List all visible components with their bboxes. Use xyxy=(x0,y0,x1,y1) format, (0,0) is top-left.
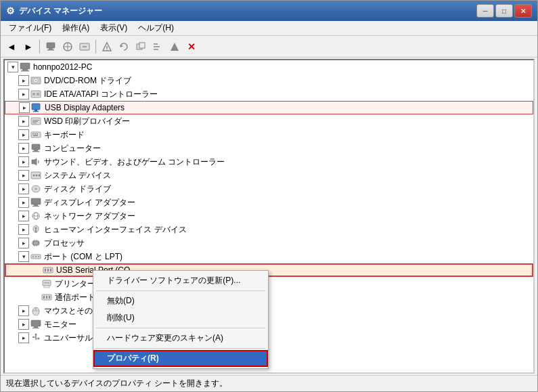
ctx-uninstall[interactable]: 削除(U) xyxy=(93,309,268,326)
tree-node-root[interactable]: ▾ honnpo2012-PC xyxy=(5,60,533,74)
ctx-scan[interactable]: ハードウェア変更のスキャン(A) xyxy=(93,330,268,347)
minimize-button[interactable]: ─ xyxy=(476,4,494,18)
expand-computer[interactable]: ▸ xyxy=(18,143,29,154)
svg-rect-33 xyxy=(31,132,41,137)
toolbar-btn5[interactable] xyxy=(116,39,132,55)
tree-node-wsd[interactable]: ▸ WSD 印刷プロバイダー xyxy=(5,114,533,128)
expand-dvd[interactable]: ▸ xyxy=(18,75,29,86)
tree-node-network[interactable]: ▸ ネットワーク アダプター xyxy=(5,209,533,223)
toolbar-btn3[interactable] xyxy=(76,39,93,55)
svg-rect-37 xyxy=(33,135,38,137)
expand-monitor[interactable]: ▸ xyxy=(18,319,29,330)
expand-display[interactable]: ▸ xyxy=(18,197,29,208)
expand-network[interactable]: ▸ xyxy=(18,211,29,221)
device-tree[interactable]: ▾ honnpo2012-PC ▸ DVD/CD-ROM ドライブ ▸ xyxy=(3,59,535,374)
expand-human[interactable]: ▸ xyxy=(18,224,29,235)
tree-node-dvd[interactable]: ▸ DVD/CD-ROM ドライブ xyxy=(5,74,533,87)
toolbar-computer[interactable] xyxy=(43,39,59,55)
icon-computer xyxy=(30,143,41,154)
svg-rect-34 xyxy=(32,133,34,135)
tree-node-port[interactable]: ▾ ポート (COM と LPT) xyxy=(5,250,533,263)
tree-node-human[interactable]: ▸ ヒューマン インターフェイス デバイス xyxy=(5,223,533,236)
menu-help[interactable]: ヘルプ(H) xyxy=(133,21,179,35)
statusbar: 現在選択しているデバイスのプロパティ シートを開きます。 xyxy=(1,375,537,391)
node-label-human: ヒューマン インターフェイス デバイス xyxy=(44,224,187,236)
icon-sound xyxy=(30,156,41,167)
svg-marker-10 xyxy=(120,45,123,47)
menu-action[interactable]: 操作(A) xyxy=(57,21,95,35)
toolbar-btn2[interactable] xyxy=(60,39,76,55)
node-label-disk: ディスク ドライブ xyxy=(44,183,111,195)
toolbar-forward[interactable]: ► xyxy=(20,39,37,55)
ctx-properties[interactable]: プロパティ(R) xyxy=(93,350,268,367)
statusbar-text: 現在選択しているデバイスのプロパティ シートを開きます。 xyxy=(6,378,227,389)
expand-mouse[interactable]: ▸ xyxy=(18,305,29,316)
svg-point-88 xyxy=(35,334,37,336)
svg-rect-81 xyxy=(49,296,50,299)
expand-system[interactable]: ▸ xyxy=(18,170,29,181)
svg-point-45 xyxy=(39,175,41,177)
icon-system xyxy=(30,170,41,181)
node-label-sound: サウンド、ビデオ、およびゲーム コントローラー xyxy=(44,156,225,168)
toolbar-separator-1 xyxy=(39,40,40,53)
svg-rect-0 xyxy=(47,43,55,48)
toolbar-separator-2 xyxy=(95,40,96,53)
expand-sound[interactable]: ▸ xyxy=(18,156,29,167)
expand-proc[interactable]: ▸ xyxy=(18,238,29,248)
tree-node-ide[interactable]: ▸ IDE ATA/ATAPI コントローラー xyxy=(5,87,533,101)
svg-rect-38 xyxy=(32,144,40,150)
tree-node-usb-display[interactable]: ▸ USB Display Adapters xyxy=(5,101,533,114)
toolbar-btn6[interactable] xyxy=(133,39,149,55)
menu-file[interactable]: ファイル(F) xyxy=(3,21,57,35)
expand-wsd[interactable]: ▸ xyxy=(18,116,29,127)
expand-usb-display[interactable]: ▸ xyxy=(19,102,30,113)
tree-node-universal[interactable]: ▸ ユニバーサル シリアル... xyxy=(5,331,533,345)
svg-rect-58 xyxy=(33,241,39,245)
expand-disk[interactable]: ▸ xyxy=(18,183,29,194)
svg-rect-39 xyxy=(34,150,38,151)
tree-node-computer[interactable]: ▸ コンピューター xyxy=(5,141,533,155)
tree-node-system[interactable]: ▸ システム デバイス xyxy=(5,169,533,182)
svg-rect-79 xyxy=(43,296,45,299)
tree-node-disk[interactable]: ▸ ディスク ドライブ xyxy=(5,182,533,196)
context-menu: ドライバー ソフトウェアの更新(P)... 無効(D) 削除(U) ハードウェア… xyxy=(93,270,269,369)
icon-keyboard xyxy=(30,129,41,140)
tree-node-usb-serial[interactable]: USB Serial Port (CO... xyxy=(5,263,533,277)
tree-node-com2[interactable]: 通信ポート (COM2) xyxy=(5,290,533,304)
expand-ide[interactable]: ▸ xyxy=(18,89,29,100)
restore-button[interactable]: □ xyxy=(495,4,513,18)
toolbar-btn9[interactable]: ✕ xyxy=(183,39,200,55)
tree-node-sound[interactable]: ▸ サウンド、ビデオ、およびゲーム コントローラー xyxy=(5,155,533,169)
svg-rect-85 xyxy=(31,320,41,326)
icon-wsd xyxy=(30,116,41,127)
svg-point-44 xyxy=(36,175,38,177)
icon-mouse xyxy=(30,305,41,316)
menu-view[interactable]: 表示(V) xyxy=(95,21,133,35)
tree-node-monitor[interactable]: ▸ モニター xyxy=(5,318,533,331)
close-button[interactable]: ✕ xyxy=(514,4,532,18)
expand-port[interactable]: ▾ xyxy=(18,251,29,262)
titlebar-left: ⚙ デバイス マネージャー xyxy=(6,5,102,17)
toolbar-btn7[interactable] xyxy=(150,39,166,55)
expand-universal[interactable]: ▸ xyxy=(18,332,29,343)
tree-node-keyboard[interactable]: ▸ キーボード xyxy=(5,128,533,141)
svg-rect-27 xyxy=(35,110,37,111)
tree-node-proc[interactable]: ▸ プロセッサ xyxy=(5,236,533,250)
node-label-computer: コンピューター xyxy=(44,143,101,154)
icon-com2 xyxy=(41,292,52,303)
icon-human xyxy=(30,224,41,235)
toolbar-btn8[interactable] xyxy=(166,39,183,55)
expand-keyboard[interactable]: ▸ xyxy=(18,129,29,140)
svg-rect-91 xyxy=(32,336,35,338)
tree-node-display[interactable]: ▸ ディスプレイ アダプター xyxy=(5,196,533,209)
ctx-update-driver[interactable]: ドライバー ソフトウェアの更新(P)... xyxy=(93,272,268,289)
tree-node-mouse[interactable]: ▸ マウスとそのほかのポイ... xyxy=(5,304,533,318)
expand-root[interactable]: ▾ xyxy=(7,62,18,72)
icon-usb-display xyxy=(31,102,42,113)
node-label-system: システム デバイス xyxy=(44,170,111,181)
toolbar-btn4[interactable] xyxy=(99,39,115,55)
svg-point-43 xyxy=(33,175,35,177)
toolbar-back[interactable]: ◄ xyxy=(3,39,20,55)
tree-node-printer-port[interactable]: プリンター ポート ( xyxy=(5,277,533,290)
ctx-disable[interactable]: 無効(D) xyxy=(93,292,268,309)
